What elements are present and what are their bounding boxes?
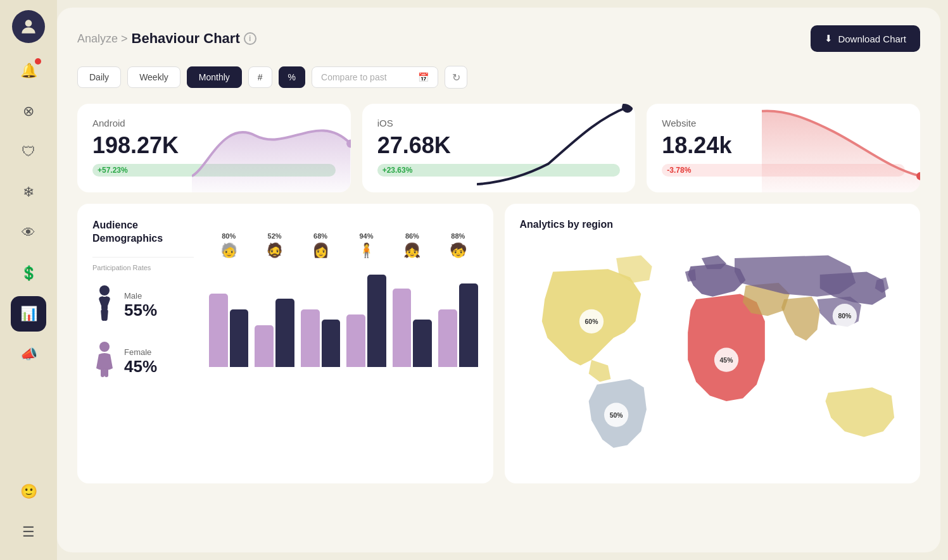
sidebar-item-user[interactable]: 🛡 — [11, 134, 46, 170]
female-icon — [92, 340, 117, 384]
world-map: 60% 50% 45% 80% — [520, 240, 906, 468]
bar-figure-3: 👩 — [312, 242, 329, 259]
bar-dark-5 — [413, 320, 432, 366]
bar-pct-4: 94% — [359, 232, 373, 240]
page-title: Behaviour Chart — [132, 30, 240, 47]
filter-bar: Daily Weekly Monthly # % Compare to past… — [77, 66, 920, 89]
ios-card: iOS 27.68K +23.63% — [362, 104, 636, 192]
bottom-row: AudienceDemographics Participation Rates — [77, 204, 920, 483]
demo-layout: AudienceDemographics Participation Rates — [92, 219, 478, 384]
sidebar-item-menu[interactable]: ☰ — [11, 514, 46, 550]
download-label: Download Chart — [838, 34, 906, 44]
bar-wrapper-6 — [438, 263, 477, 367]
sidebar-item-announcement[interactable]: 📣 — [11, 337, 46, 372]
announcement-icon: 📣 — [20, 346, 37, 363]
breadcrumb-prefix: Analyze > — [77, 32, 128, 46]
bar-purple-1 — [209, 294, 228, 367]
bar-chart-area: 80% 🧓 52% 🧔 — [209, 219, 478, 384]
calendar-icon: 📅 — [418, 72, 429, 82]
bar-purple-4 — [346, 314, 365, 367]
female-pct: 45% — [124, 357, 157, 376]
svg-point-10 — [99, 342, 110, 352]
notification-icon: 🔔 — [20, 63, 37, 79]
sidebar-item-analytics[interactable]: 📊 — [11, 296, 46, 332]
svg-point-2 — [622, 104, 633, 113]
header: Analyze > Behaviour Chart i ⬇ Download C… — [77, 25, 920, 52]
demo-title: AudienceDemographics — [92, 219, 194, 246]
android-card: Android 198.27K +57.23% — [77, 104, 351, 192]
sidebar-item-search[interactable]: ⊗ — [11, 94, 46, 129]
bar-wrapper-3 — [301, 263, 340, 367]
metric-cards: Android 198.27K +57.23% iOS 27.68K +23.6… — [77, 104, 920, 192]
avatar[interactable] — [12, 10, 45, 43]
daily-filter[interactable]: Daily — [77, 66, 121, 88]
male-gender-item: Male 55% — [92, 284, 194, 328]
bar-wrapper-1 — [209, 263, 248, 367]
bar-purple-3 — [301, 309, 320, 367]
search-icon: ⊗ — [23, 103, 34, 120]
bar-col-4: 94% 🧍 — [346, 232, 386, 384]
svg-rect-11 — [101, 368, 104, 377]
sidebar: 🔔 ⊗ 🛡 ❄ 👁 💲 📊 📣 🙂 ☰ — [0, 0, 57, 560]
refresh-button[interactable]: ↻ — [445, 66, 467, 89]
user-shield-icon: 🛡 — [22, 144, 35, 160]
map-card: Analytics by region — [505, 204, 921, 483]
svg-text:45%: 45% — [719, 357, 733, 364]
svg-point-4 — [99, 285, 110, 296]
hash-filter[interactable]: # — [248, 66, 272, 88]
bar-figure-1: 🧓 — [220, 242, 237, 259]
bar-figure-6: 🧒 — [450, 242, 467, 259]
sidebar-item-settings[interactable]: ❄ — [11, 175, 46, 210]
bar-purple-2 — [255, 325, 274, 367]
bar-wrapper-2 — [255, 263, 294, 367]
female-gender-item: Female 45% — [92, 340, 194, 384]
bar-dark-6 — [459, 283, 478, 367]
compare-placeholder: Compare to past — [321, 72, 387, 82]
info-icon[interactable]: i — [244, 32, 256, 45]
sidebar-item-eye[interactable]: 👁 — [11, 215, 46, 251]
profile-icon: 🙂 — [20, 483, 37, 500]
main-content: Analyze > Behaviour Chart i ⬇ Download C… — [57, 8, 940, 552]
eye-icon: 👁 — [22, 225, 35, 241]
female-label: Female — [124, 347, 157, 357]
svg-point-0 — [25, 20, 32, 27]
download-button[interactable]: ⬇ Download Chart — [811, 25, 920, 52]
monthly-filter[interactable]: Monthly — [187, 66, 242, 88]
bar-pct-6: 88% — [451, 232, 465, 240]
bar-dark-4 — [367, 275, 386, 366]
bar-figure-2: 🧔 — [266, 242, 283, 259]
percent-filter[interactable]: % — [279, 66, 305, 88]
snowflake-icon: ❄ — [23, 184, 34, 201]
dollar-icon: 💲 — [20, 265, 37, 282]
female-text: Female 45% — [124, 347, 157, 376]
svg-rect-12 — [104, 368, 108, 377]
bar-purple-5 — [393, 289, 412, 367]
download-icon: ⬇ — [825, 33, 833, 44]
ios-chart — [477, 104, 635, 192]
notification-badge — [35, 58, 41, 65]
breadcrumb: Analyze > Behaviour Chart i — [77, 30, 256, 47]
compare-input[interactable]: Compare to past 📅 — [312, 66, 438, 88]
map-svg: 60% 50% 45% 80% — [520, 240, 906, 468]
bar-dark-1 — [230, 309, 249, 367]
bar-col-5: 86% 👧 — [393, 232, 432, 384]
map-title: Analytics by region — [520, 219, 906, 230]
sidebar-item-dollar[interactable]: 💲 — [11, 256, 46, 291]
website-card: Website 18.24k -3.78% — [647, 104, 920, 192]
participation-label: Participation Rates — [92, 257, 194, 271]
male-text: Male 55% — [124, 291, 157, 320]
bar-figure-5: 👧 — [403, 242, 420, 259]
bar-pct-5: 86% — [405, 232, 419, 240]
weekly-filter[interactable]: Weekly — [127, 66, 180, 88]
bar-wrapper-4 — [346, 263, 386, 367]
male-label: Male — [124, 291, 157, 301]
sidebar-item-profile[interactable]: 🙂 — [11, 474, 46, 509]
bar-col-6: 88% 🧒 — [438, 232, 477, 384]
bar-dark-2 — [275, 299, 294, 366]
svg-text:50%: 50% — [609, 412, 623, 419]
sidebar-item-notification[interactable]: 🔔 — [11, 53, 46, 89]
male-icon — [92, 284, 117, 328]
analytics-icon: 📊 — [20, 306, 37, 322]
svg-text:80%: 80% — [838, 313, 851, 320]
refresh-icon: ↻ — [452, 72, 460, 84]
